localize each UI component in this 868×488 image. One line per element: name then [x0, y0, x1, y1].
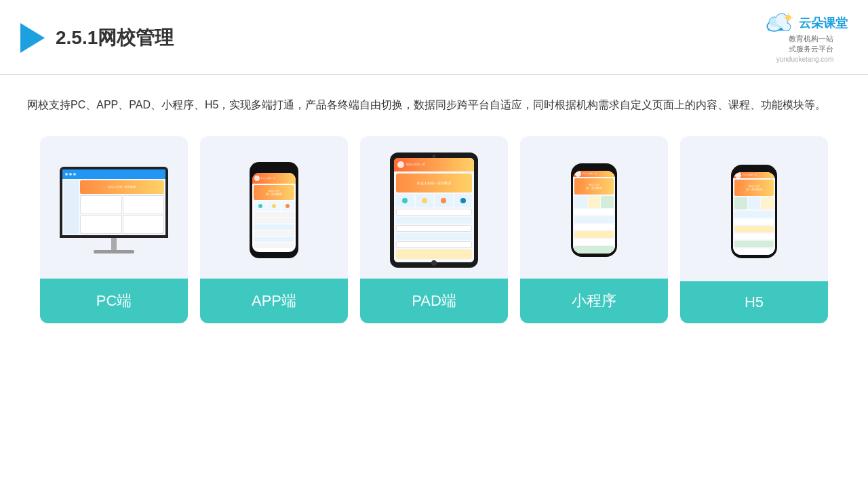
description-text: 网校支持PC、APP、PAD、小程序、H5，实现多端打通，产品各终端自由切换，数… [27, 94, 841, 116]
card-app-image: 职达人的第一堂 职达人的第一堂判断课 [200, 136, 348, 279]
svg-point-10 [776, 14, 788, 26]
miniprogram-phone-icon: 职达人的第一堂 职达人的第一堂判断课 [571, 163, 617, 257]
brand-url: yunduoketang.com [776, 55, 834, 64]
card-pad-image: 职达人的第一堂 职达人的第一堂判断课 [360, 136, 508, 279]
app-phone-icon: 职达人的第一堂 职达人的第一堂判断课 [250, 162, 298, 258]
header-left: 2.5.1网校管理 [20, 23, 174, 53]
card-pc-image: 职达人的第一堂判断课 [40, 136, 188, 279]
page-header: 2.5.1网校管理 [0, 0, 868, 75]
card-h5-image: 职达人的第一堂 职达人的第一堂判断课 [680, 136, 828, 281]
brand-logo: 云朵课堂 教育机构一站 式服务云平台 yunduoketang.com [762, 12, 848, 64]
brand-slogan: 教育机构一站 式服务云平台 yunduoketang.com [776, 34, 834, 64]
card-pc-label: PC端 [40, 279, 188, 323]
cloud-icon [762, 12, 795, 34]
card-miniprogram-image: 职达人的第一堂 职达人的第一堂判断课 [520, 136, 668, 279]
cards-row: 职达人的第一堂判断课 [27, 136, 841, 323]
cloud-logo: 云朵课堂 [762, 12, 848, 34]
card-h5-label: H5 [680, 281, 828, 323]
card-pad-label: PAD端 [360, 279, 508, 323]
main-content: 网校支持PC、APP、PAD、小程序、H5，实现多端打通，产品各终端自由切换，数… [0, 75, 868, 337]
card-app: 职达人的第一堂 职达人的第一堂判断课 [200, 136, 348, 323]
card-pad: 职达人的第一堂 职达人的第一堂判断课 [360, 136, 508, 323]
card-miniprogram: 职达人的第一堂 职达人的第一堂判断课 [520, 136, 668, 323]
brand-name: 云朵课堂 [799, 15, 848, 31]
pc-monitor-icon: 职达人的第一堂判断课 [60, 167, 168, 253]
logo-triangle-icon [20, 23, 45, 53]
card-h5: 职达人的第一堂 职达人的第一堂判断课 [680, 136, 828, 323]
page-title: 2.5.1网校管理 [56, 25, 174, 51]
h5-phone-icon: 职达人的第一堂 职达人的第一堂判断课 [731, 165, 777, 258]
card-app-label: APP端 [200, 279, 348, 323]
svg-point-11 [785, 15, 791, 20]
card-miniprogram-label: 小程序 [520, 279, 668, 323]
card-pc: 职达人的第一堂判断课 [40, 136, 188, 323]
pad-tablet-icon: 职达人的第一堂 职达人的第一堂判断课 [390, 152, 478, 268]
